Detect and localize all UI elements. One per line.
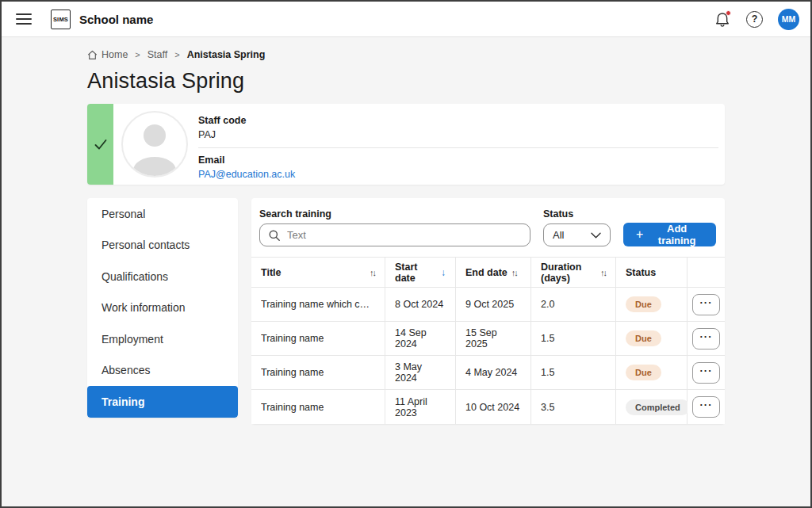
section-nav: Personal Personal contacts Qualification… xyxy=(87,198,238,418)
cell-status: Due xyxy=(616,322,688,356)
cell-duration: 3.5 xyxy=(531,390,616,424)
search-icon xyxy=(268,229,281,242)
cell-actions: ··· xyxy=(688,288,725,322)
cell-end-date: 4 May 2024 xyxy=(456,356,531,390)
cell-status: Due xyxy=(616,356,688,390)
staff-code-label: Staff code xyxy=(198,115,718,126)
column-header-start-date[interactable]: Start date↓ xyxy=(385,258,456,288)
cell-status: Due xyxy=(616,288,688,322)
notification-dot xyxy=(726,10,731,16)
check-icon xyxy=(91,135,110,154)
profile-card: Staff code PAJ Email PAJ@education.ac.uk xyxy=(87,104,725,185)
cell-duration: 2.0 xyxy=(531,288,616,322)
status-check-bar xyxy=(87,104,113,185)
breadcrumb-current: Anistasia Spring xyxy=(187,49,266,60)
breadcrumb-separator: > xyxy=(174,50,179,59)
column-header-end-date[interactable]: End date↑↓ xyxy=(456,258,531,288)
plus-icon: + xyxy=(636,228,643,241)
user-avatar[interactable]: MM xyxy=(778,9,799,30)
row-actions-button[interactable]: ··· xyxy=(692,294,720,315)
row-actions-button[interactable]: ··· xyxy=(692,362,720,384)
status-badge: Due xyxy=(626,365,661,380)
column-header-actions xyxy=(688,258,725,288)
cell-actions: ··· xyxy=(688,322,725,356)
search-box xyxy=(259,223,530,246)
status-badge: Due xyxy=(626,296,661,312)
hamburger-menu-icon[interactable] xyxy=(16,13,32,25)
nav-item-work-information[interactable]: Work information xyxy=(87,292,238,324)
search-input[interactable] xyxy=(287,229,522,241)
cell-title: Training name xyxy=(251,356,385,390)
home-icon xyxy=(87,50,98,60)
sort-icon: ↑↓ xyxy=(600,268,606,277)
cell-end-date: 10 Oct 2024 xyxy=(456,390,531,424)
nav-item-qualifications[interactable]: Qualifications xyxy=(87,261,238,292)
sims-logo: SIMS xyxy=(51,10,71,29)
cell-actions: ··· xyxy=(688,390,725,424)
divider xyxy=(198,147,718,148)
help-icon[interactable]: ? xyxy=(746,11,763,28)
status-badge: Completed xyxy=(626,399,690,415)
breadcrumb-staff[interactable]: Staff xyxy=(147,49,167,60)
nav-item-personal-contacts[interactable]: Personal contacts xyxy=(87,230,238,262)
cell-status: Completed xyxy=(616,390,688,424)
training-table: Title↑↓ Start date↓ End date↑↓ Duration … xyxy=(251,257,725,424)
column-header-title[interactable]: Title↑↓ xyxy=(251,258,385,288)
cell-start-date: 3 May 2024 xyxy=(385,356,456,390)
breadcrumb-separator: > xyxy=(135,50,140,59)
notifications-bell-icon[interactable] xyxy=(714,10,731,28)
page-title: Anistasia Spring xyxy=(87,69,725,94)
cell-duration: 1.5 xyxy=(531,356,616,390)
cell-start-date: 14 Sep 2024 xyxy=(385,322,456,356)
status-badge: Due xyxy=(626,330,661,346)
breadcrumb: Home > Staff > Anistasia Spring xyxy=(87,49,725,60)
cell-start-date: 8 Oct 2024 xyxy=(385,288,456,322)
profile-photo-placeholder xyxy=(121,111,188,178)
row-actions-button[interactable]: ··· xyxy=(692,396,720,418)
cell-start-date: 11 April 2023 xyxy=(385,390,456,424)
breadcrumb-home[interactable]: Home xyxy=(87,49,128,60)
search-label: Search training xyxy=(259,208,530,220)
school-name: School name xyxy=(79,13,153,26)
app-window: SIMS School name ? MM Home > Staff > A xyxy=(0,0,812,508)
row-actions-button[interactable]: ··· xyxy=(692,328,720,349)
sort-desc-icon: ↓ xyxy=(441,267,446,278)
status-dropdown[interactable]: All xyxy=(543,223,611,246)
cell-title: Training name xyxy=(251,322,385,356)
nav-item-personal[interactable]: Personal xyxy=(87,198,238,230)
column-header-status: Status xyxy=(616,258,688,288)
status-label: Status xyxy=(543,208,611,220)
cell-end-date: 9 Oct 2025 xyxy=(456,288,531,322)
email-link[interactable]: PAJ@education.ac.uk xyxy=(198,169,295,180)
top-bar: SIMS School name ? MM xyxy=(2,2,810,37)
nav-item-employment[interactable]: Employment xyxy=(87,323,238,355)
status-selected-value: All xyxy=(553,229,564,241)
cell-title: Training name xyxy=(251,390,385,424)
cell-title: Training name which could... xyxy=(251,288,385,322)
chevron-down-icon xyxy=(591,232,601,239)
email-label: Email xyxy=(198,155,718,166)
sort-icon: ↑↓ xyxy=(370,268,375,277)
cell-actions: ··· xyxy=(688,356,725,390)
add-training-button[interactable]: + Add training xyxy=(623,223,716,246)
cell-end-date: 15 Sep 2025 xyxy=(456,322,531,356)
nav-item-training[interactable]: Training xyxy=(87,386,238,418)
column-header-duration[interactable]: Duration (days)↑↓ xyxy=(531,258,616,288)
cell-duration: 1.5 xyxy=(531,322,616,356)
staff-code-value: PAJ xyxy=(198,129,718,140)
training-panel: Search training Status All xyxy=(251,198,725,424)
nav-item-absences[interactable]: Absences xyxy=(87,355,238,387)
sort-icon: ↑↓ xyxy=(511,268,517,277)
